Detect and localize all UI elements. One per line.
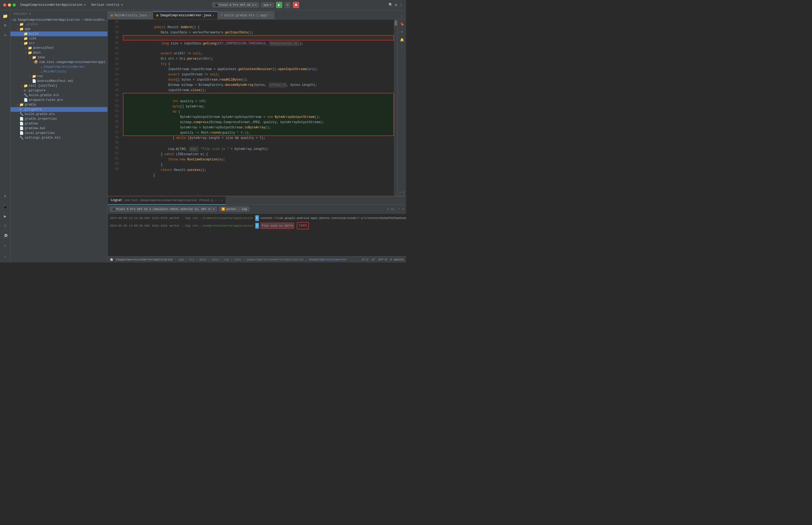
- minimize-button[interactable]: [8, 3, 11, 6]
- tab-close-icon[interactable]: ✕: [148, 14, 150, 17]
- sidebar-tree[interactable]: ▾ 🗂 ImageCompressionWorkerApplication ~/…: [11, 18, 107, 262]
- down-arrow-icon[interactable]: ↓: [1, 252, 10, 260]
- tree-item-gradlew-bat[interactable]: 📄 gradlew.bat: [11, 126, 107, 131]
- logcat-content[interactable]: 2024-05-06 13:21:49.989 1243-1370 worker…: [108, 214, 406, 256]
- project-dropdown-icon[interactable]: ▾: [84, 3, 86, 7]
- search-icon[interactable]: 🔍: [388, 3, 393, 7]
- tree-item-build-gradle-root[interactable]: 🔧 build.gradle.kts: [11, 112, 107, 117]
- up-arrow-icon[interactable]: ↑: [1, 242, 10, 251]
- log-timestamp: 2024-05-06 14:00:58.595: [110, 223, 150, 229]
- tree-label: main: [33, 51, 41, 55]
- dot-icon[interactable]: ⋯: [1, 31, 10, 40]
- tree-label: .gradle: [25, 22, 38, 26]
- sidebar: Project ▾ ▾ 🗂 ImageCompressionWorkerAppl…: [11, 10, 108, 262]
- run-configs-icon[interactable]: ▶: [1, 212, 10, 221]
- code-editor[interactable]: 36 37 38 39 40 41 42 43 44 45 46 47 48 4…: [108, 19, 406, 196]
- logcat-device-selector[interactable]: 📱 Pixel 6 Pro API 33 2 (emulator-5554) A…: [110, 207, 217, 212]
- settings-icon[interactable]: ⚙: [395, 3, 397, 7]
- more-vertical-icon[interactable]: ⋮: [398, 44, 406, 51]
- code-line-58: [123, 136, 394, 141]
- tab-close-icon[interactable]: ✕: [213, 14, 214, 17]
- tab-close-icon[interactable]: ✕: [269, 14, 271, 17]
- code-content[interactable]: public Result doWork() { Data inputData …: [121, 19, 394, 196]
- app-selector[interactable]: app ▾: [261, 2, 274, 7]
- git-icon[interactable]: ⑂: [1, 222, 10, 230]
- code-line-37: Data inputData = workerParameters.getInp…: [123, 25, 394, 30]
- tree-item-local-properties[interactable]: 📄 local.properties: [11, 131, 107, 135]
- code-line-50: int quality = 100;: [123, 93, 394, 99]
- logcat-tab[interactable]: Logcat com.test.imagecompressionworkerap…: [108, 196, 226, 205]
- debug-button[interactable]: ⚙: [284, 2, 291, 8]
- tree-item-src[interactable]: ▾ 📁 src: [11, 41, 107, 46]
- close-button[interactable]: [3, 3, 6, 6]
- device-icon[interactable]: 📱: [1, 202, 10, 211]
- structure-icon[interactable]: ≡: [1, 21, 10, 30]
- tree-item-build-gradle-app[interactable]: 🔧 build.gradle.kts: [11, 93, 107, 97]
- run-button[interactable]: ▶: [276, 2, 282, 8]
- tree-item-res[interactable]: ▸ 📁 res: [11, 74, 107, 79]
- tabs-more-icon[interactable]: ⋮: [397, 15, 406, 19]
- logcat-close-icon[interactable]: ✕: [221, 199, 223, 202]
- chevron-down-icon: ▾: [20, 42, 24, 45]
- bookmark-icon[interactable]: 🔖: [398, 20, 406, 28]
- structure-icon[interactable]: ≡: [398, 28, 406, 36]
- status-indent[interactable]: 4 spaces: [390, 258, 404, 261]
- tab-build-gradle[interactable]: K build.gradle.kts (:app) ✕: [218, 11, 275, 19]
- tree-item-root[interactable]: ▾ 🗂 ImageCompressionWorkerApplication ~/…: [11, 18, 107, 22]
- log-package: com...ecompressionworkerapplication: [192, 215, 253, 221]
- file-explorer-icon[interactable]: 📁: [1, 12, 10, 20]
- tree-item-java[interactable]: ▾ 📁 java: [11, 55, 107, 60]
- tab-mainactivity[interactable]: MainActivity.java ✕: [108, 11, 153, 19]
- tree-item-manifest[interactable]: 📄 AndroidManifest.xml: [11, 79, 107, 84]
- editor-scrollbar[interactable]: [394, 19, 398, 196]
- terminal-icon[interactable]: ⌗: [1, 192, 10, 200]
- tree-item-gitignore-app[interactable]: ⊘ .gitignore: [11, 88, 107, 93]
- tree-item-test[interactable]: ▸ 📁 test [unitTest]: [11, 84, 107, 88]
- line-numbers: 36 37 38 39 40 41 42 43 44 45 46 47 48 4…: [108, 19, 121, 196]
- chevron-down-icon: ▾: [28, 56, 32, 59]
- code-line-63: return Result.success();: [123, 162, 394, 167]
- tree-item-imagecompressionworker[interactable]: ☕ ImageCompressionWorker: [11, 64, 107, 69]
- inspection-icon[interactable]: 🔎: [1, 232, 10, 240]
- tree-item-build[interactable]: ▸ 📁 build: [11, 31, 107, 36]
- tree-item-gitignore-root[interactable]: ⊘ .gitignore: [11, 107, 107, 112]
- logcat-filter[interactable]: 🔽 worker - log: [219, 207, 249, 212]
- code-line-59: Log.d(TAG, msg: "file size is " + byteAr…: [123, 141, 394, 147]
- maximize-button[interactable]: [13, 3, 16, 6]
- tree-item-gradle-hidden[interactable]: ▸ 📁 .gradle: [11, 22, 107, 27]
- tree-item-settings-gradle[interactable]: 🔧 settings.gradle.kts: [11, 135, 107, 140]
- status-left: 🏠 ImageCompressionWorkerApplication › ap…: [110, 258, 347, 261]
- vc-label: Version control: [91, 3, 119, 7]
- regex-icon[interactable]: .*: [397, 208, 400, 211]
- tree-item-gradle-folder[interactable]: ▸ 📁 gradle: [11, 102, 107, 107]
- tree-label: gradlew: [25, 122, 38, 125]
- stop-button[interactable]: ■: [293, 2, 299, 8]
- tree-item-libs[interactable]: 📁 libs: [11, 36, 107, 41]
- xml-icon: 📄: [32, 79, 36, 83]
- clear-icon[interactable]: ✕: [387, 207, 389, 211]
- status-position[interactable]: 17:1: [361, 258, 368, 261]
- notification-icon[interactable]: 🔔: [398, 36, 406, 44]
- folder-icon: 📁: [28, 46, 32, 50]
- tree-item-main[interactable]: ▾ 📁 main: [11, 50, 107, 55]
- case-sensitive-icon[interactable]: Cc: [391, 208, 395, 211]
- tab-imagecompressionworker[interactable]: ImageCompressionWorker.java ✕: [153, 11, 218, 19]
- tree-label: AndroidManifest.xml: [37, 79, 73, 83]
- device-selector[interactable]: 📱 Pixel 6 Pro API 33 2 ▾: [212, 2, 259, 7]
- help-icon[interactable]: ?: [402, 208, 404, 211]
- status-encoding[interactable]: UTF-8: [378, 258, 387, 261]
- more-icon[interactable]: ⋮: [399, 3, 403, 7]
- tree-item-gradlew[interactable]: 📄 gradlew: [11, 121, 107, 126]
- status-lf[interactable]: LF: [372, 258, 375, 261]
- file-icon: 📄: [24, 98, 28, 102]
- tree-item-gradle-properties[interactable]: 📄 gradle.properties: [11, 117, 107, 121]
- tree-item-app[interactable]: ▾ 📁 app: [11, 27, 107, 31]
- vc-dropdown-icon[interactable]: ▾: [121, 3, 123, 7]
- tree-label: build.gradle.kts: [29, 93, 59, 97]
- tree-item-proguard[interactable]: 📄 proguard-rules.pro: [11, 97, 107, 102]
- tree-item-androidtest[interactable]: ▸ 📁 androidTest: [11, 46, 107, 50]
- tree-item-mainactivity[interactable]: ☕ MainActivity: [11, 69, 107, 74]
- version-control[interactable]: Version control ▾: [91, 3, 123, 7]
- project-name[interactable]: ImageCompressionWorkerApplication ▾: [20, 3, 86, 7]
- tree-item-package[interactable]: ▾ 📦 com.test.imagecompressionworkerappl.…: [11, 60, 107, 64]
